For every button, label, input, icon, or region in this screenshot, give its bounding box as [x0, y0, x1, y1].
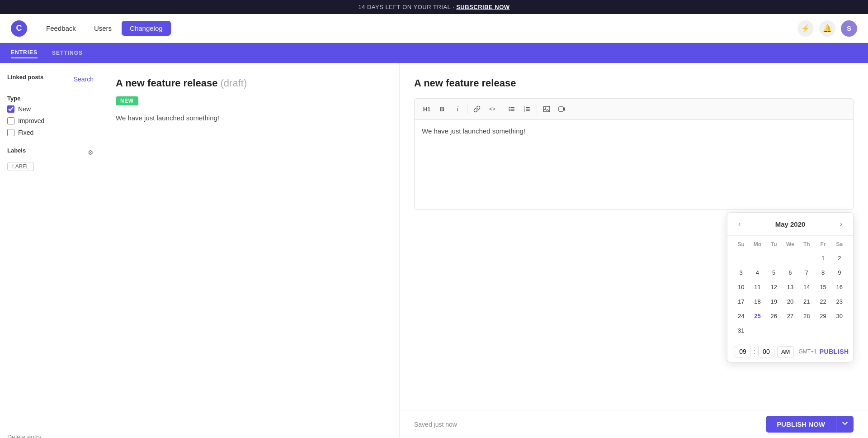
svg-point-5: [509, 110, 509, 111]
svg-rect-1: [510, 109, 514, 110]
cal-day-16[interactable]: 16: [833, 280, 846, 294]
nav-links: Feedback Users Changelog: [38, 21, 171, 36]
cal-day-25[interactable]: 25: [750, 309, 764, 323]
dow-we: We: [782, 239, 798, 249]
cal-day-15[interactable]: 15: [816, 280, 830, 294]
cal-day-3[interactable]: 3: [734, 266, 748, 279]
cal-day-20[interactable]: 20: [783, 295, 797, 308]
cal-day-6[interactable]: 6: [783, 266, 797, 279]
calendar-header: ‹ May 2020 ›: [727, 213, 853, 236]
type-improved-item[interactable]: Improved: [7, 117, 94, 124]
editor-content: We have just launched something!: [422, 127, 525, 135]
entry-title-text: A new feature release: [116, 77, 217, 89]
cal-day-27[interactable]: 27: [783, 309, 797, 323]
cal-day-11[interactable]: 11: [750, 280, 764, 294]
time-hour-input[interactable]: [735, 346, 751, 357]
type-improved-checkbox[interactable]: [7, 117, 14, 124]
cal-day-14[interactable]: 14: [800, 280, 813, 294]
cal-day-21[interactable]: 21: [800, 295, 813, 308]
search-link[interactable]: Search: [74, 76, 94, 83]
cal-publish-link[interactable]: PUBLISH: [820, 348, 849, 355]
cal-day-2[interactable]: 2: [833, 251, 846, 265]
cal-day-9[interactable]: 9: [833, 266, 846, 279]
toolbar-h1-btn[interactable]: H1: [420, 102, 434, 116]
toolbar-divider-2: [502, 105, 502, 114]
cal-day-empty: [734, 251, 748, 265]
time-sep: :: [754, 348, 755, 355]
page-layout: Linked posts Search Type New Improved Fi…: [0, 63, 868, 438]
sub-nav: ENTRIES SETTINGS: [0, 43, 868, 63]
sub-nav-entries[interactable]: ENTRIES: [11, 48, 38, 58]
cal-day-24[interactable]: 24: [734, 309, 748, 323]
toolbar-code-btn[interactable]: <>: [486, 102, 499, 116]
dow-su: Su: [733, 239, 749, 249]
cal-day-10[interactable]: 10: [734, 280, 748, 294]
avatar[interactable]: S: [841, 20, 857, 37]
type-fixed-checkbox[interactable]: [7, 129, 14, 136]
cal-day-29[interactable]: 29: [816, 309, 830, 323]
cal-day-1[interactable]: 1: [816, 251, 830, 265]
calendar-time-row: : AM GMT+1 PUBLISH: [727, 341, 853, 362]
toolbar-ol-btn[interactable]: 123: [520, 102, 534, 116]
dow-tu: Tu: [766, 239, 782, 249]
cal-day-12[interactable]: 12: [767, 280, 781, 294]
cal-day-23[interactable]: 23: [833, 295, 846, 308]
dow-mo: Mo: [749, 239, 765, 249]
right-panel: A new feature release H1 B i <> 123: [400, 63, 868, 438]
cal-day-8[interactable]: 8: [816, 266, 830, 279]
time-minute-input[interactable]: [758, 346, 774, 357]
type-new-item[interactable]: New: [7, 105, 94, 113]
nav-changelog[interactable]: Changelog: [122, 21, 171, 36]
toolbar-bold-btn[interactable]: B: [435, 102, 449, 116]
labels-row: Labels ⚙: [7, 147, 94, 157]
cal-day-7[interactable]: 7: [800, 266, 813, 279]
nav-users[interactable]: Users: [86, 21, 120, 36]
label-badge[interactable]: LABEL: [7, 162, 34, 171]
cal-day-22[interactable]: 22: [816, 295, 830, 308]
nav-feedback[interactable]: Feedback: [38, 21, 84, 36]
logo[interactable]: C: [11, 20, 27, 37]
cal-day-13[interactable]: 13: [783, 280, 797, 294]
cal-day-26[interactable]: 26: [767, 309, 781, 323]
svg-point-4: [509, 109, 509, 110]
toolbar-image-btn[interactable]: [540, 102, 553, 116]
cal-day-31[interactable]: 31: [734, 324, 748, 337]
cal-next-btn[interactable]: ›: [836, 218, 846, 230]
cal-day-5[interactable]: 5: [767, 266, 781, 279]
sub-nav-settings[interactable]: SETTINGS: [52, 48, 83, 58]
editor-body[interactable]: We have just launched something!: [414, 119, 854, 210]
bolt-icon-btn[interactable]: ⚡: [797, 20, 814, 37]
entry-draft-label: (draft): [221, 77, 247, 89]
publish-dropdown-btn[interactable]: [836, 416, 854, 433]
subscribe-link[interactable]: SUBSCRIBE NOW: [456, 4, 509, 10]
toolbar-italic-btn[interactable]: i: [451, 102, 464, 116]
cal-day-empty: [750, 324, 764, 337]
bell-icon: 🔔: [823, 24, 832, 33]
cal-day-19[interactable]: 19: [767, 295, 781, 308]
bell-icon-btn[interactable]: 🔔: [819, 20, 835, 37]
ampm-btn[interactable]: AM: [777, 346, 794, 357]
cal-dates-grid: 1234567891011121314151617181920212223242…: [733, 251, 848, 337]
cal-day-empty: [783, 251, 797, 265]
publish-now-btn[interactable]: PUBLISH NOW: [766, 416, 836, 433]
delete-entry-link[interactable]: Delete entry: [7, 433, 41, 438]
toolbar-link-btn[interactable]: [470, 102, 484, 116]
type-fixed-item[interactable]: Fixed: [7, 129, 94, 136]
cal-day-30[interactable]: 30: [833, 309, 846, 323]
cal-day-4[interactable]: 4: [750, 266, 764, 279]
toolbar-video-btn[interactable]: [555, 102, 569, 116]
cal-day-28[interactable]: 28: [800, 309, 813, 323]
toolbar-ul-btn[interactable]: [505, 102, 519, 116]
cal-day-17[interactable]: 17: [734, 295, 748, 308]
type-fixed-label: Fixed: [18, 129, 33, 136]
sidebar: Linked posts Search Type New Improved Fi…: [0, 63, 101, 438]
cal-day-empty: [833, 324, 846, 337]
cal-prev-btn[interactable]: ‹: [735, 218, 744, 230]
cal-day-empty: [816, 324, 830, 337]
cal-day-18[interactable]: 18: [750, 295, 764, 308]
gear-icon[interactable]: ⚙: [88, 149, 94, 156]
svg-rect-6: [526, 107, 530, 108]
right-title: A new feature release: [414, 77, 854, 89]
type-new-checkbox[interactable]: [7, 105, 14, 113]
svg-rect-2: [510, 110, 514, 111]
